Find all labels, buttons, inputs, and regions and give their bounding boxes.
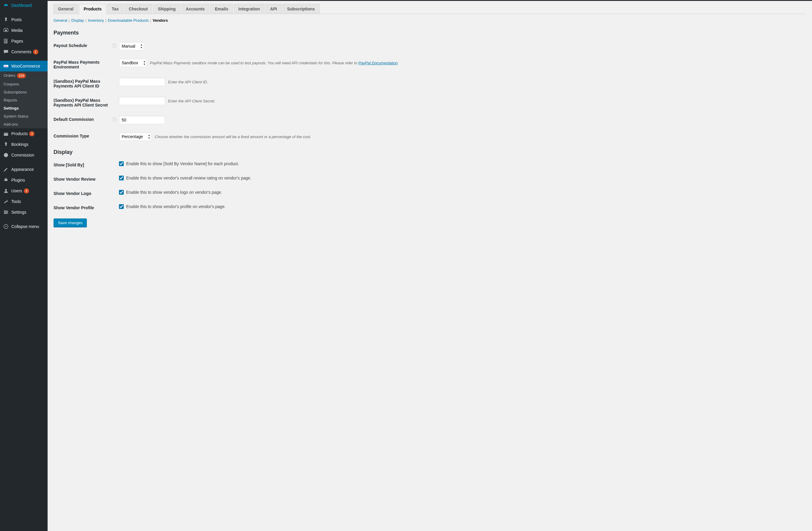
commission-icon bbox=[3, 152, 9, 158]
products-icon bbox=[3, 131, 9, 137]
subnav-inventory[interactable]: Inventory bbox=[88, 18, 104, 23]
sidebar-sub-add-ons[interactable]: Add-ons bbox=[0, 120, 47, 128]
sidebar-sub-settings[interactable]: Settings bbox=[0, 104, 47, 112]
tab-accounts[interactable]: Accounts bbox=[182, 4, 209, 14]
label-show-vendor-profile: Show Vendor Profile bbox=[54, 204, 119, 210]
dashboard-icon bbox=[3, 2, 9, 8]
svg-point-5 bbox=[5, 189, 7, 191]
label-paypal-env: PayPal Mass Payments Environment bbox=[54, 59, 119, 69]
label-payout-schedule: Payout Schedule ? bbox=[54, 42, 119, 48]
sidebar-sub-reports[interactable]: Reports bbox=[0, 96, 47, 104]
plugins-icon bbox=[3, 177, 9, 183]
svg-point-10 bbox=[6, 212, 8, 213]
badge: 154 bbox=[17, 73, 26, 78]
svg-text:Woo: Woo bbox=[4, 66, 8, 67]
label-client-secret: (Sandbox) PayPal Mass Payments API Clien… bbox=[54, 97, 119, 108]
client-id-desc: Enter the API Client ID. bbox=[168, 80, 208, 84]
commission-type-select[interactable]: Percentage bbox=[119, 132, 152, 141]
sidebar-item-comments[interactable]: Comments1 bbox=[0, 46, 47, 57]
collapse-icon bbox=[3, 224, 9, 229]
default-commission-input[interactable] bbox=[119, 116, 165, 124]
label-default-commission: Default Commission ? bbox=[54, 116, 119, 122]
show-vendor-logo-label[interactable]: Enable this to show vendor's logo on ven… bbox=[119, 190, 222, 195]
woo-icon: Woo bbox=[3, 63, 9, 69]
sidebar-item-label: Settings bbox=[11, 210, 27, 214]
tab-general[interactable]: General bbox=[54, 4, 78, 14]
sidebar-item-pages[interactable]: Pages bbox=[0, 36, 47, 46]
show-vendor-review-label[interactable]: Enable this to show vendor's overall rev… bbox=[119, 176, 251, 180]
sidebar-item-label: Media bbox=[11, 28, 23, 33]
label-show-sold-by: Show [Sold By] bbox=[54, 161, 119, 167]
paypal-docs-link[interactable]: PayPal Documentation bbox=[359, 61, 398, 65]
svg-rect-2 bbox=[5, 40, 7, 43]
sidebar-item-plugins[interactable]: Plugins bbox=[0, 175, 47, 185]
badge: 3 bbox=[29, 131, 34, 136]
paypal-env-desc: PayPal Mass Payments sandbox mode can be… bbox=[150, 61, 398, 65]
media-icon bbox=[3, 27, 9, 33]
tab-emails[interactable]: Emails bbox=[210, 4, 233, 14]
show-vendor-logo-checkbox[interactable] bbox=[119, 190, 124, 195]
sidebar-item-label: Collapse menu bbox=[11, 224, 39, 229]
sidebar-item-woocommerce[interactable]: WooWooCommerce bbox=[0, 61, 47, 71]
tab-subscriptions[interactable]: Subscriptions bbox=[282, 4, 319, 14]
svg-point-9 bbox=[4, 210, 6, 212]
sidebar-item-label: Pages bbox=[11, 39, 23, 43]
help-icon[interactable]: ? bbox=[112, 43, 117, 48]
help-icon[interactable]: ? bbox=[112, 117, 117, 122]
show-vendor-profile-label[interactable]: Enable this to show vendor's profile on … bbox=[119, 204, 226, 209]
client-secret-input[interactable] bbox=[119, 97, 165, 105]
subnav-downloadable-products[interactable]: Downloadable Products bbox=[108, 18, 149, 23]
sidebar-item-commission[interactable]: Commission bbox=[0, 150, 47, 160]
label-commission-type: Commission Type bbox=[54, 132, 119, 138]
show-sold-by-checkbox[interactable] bbox=[119, 161, 124, 166]
show-vendor-review-checkbox[interactable] bbox=[119, 176, 124, 180]
sidebar-item-label: Commission bbox=[11, 153, 34, 157]
tab-tax[interactable]: Tax bbox=[107, 4, 123, 14]
show-vendor-profile-checkbox[interactable] bbox=[119, 204, 124, 209]
subnav-general[interactable]: General bbox=[54, 18, 67, 23]
sidebar-item-appearance[interactable]: Appearance bbox=[0, 164, 47, 175]
client-id-input[interactable] bbox=[119, 78, 165, 86]
sidebar-sub-orders[interactable]: Orders154 bbox=[0, 71, 47, 80]
sidebar-item-users[interactable]: Users3 bbox=[0, 185, 47, 196]
sidebar-item-label: Dashboard bbox=[11, 3, 32, 8]
section-title-display: Display bbox=[54, 149, 806, 155]
tab-api[interactable]: API bbox=[266, 4, 281, 14]
pages-icon bbox=[3, 38, 9, 44]
sidebar-item-media[interactable]: Media bbox=[0, 25, 47, 36]
sidebar-item-tools[interactable]: Tools bbox=[0, 196, 47, 207]
client-secret-desc: Enter the API Client Secret. bbox=[168, 99, 215, 103]
sidebar-item-products[interactable]: Products3 bbox=[0, 128, 47, 139]
sidebar-item-settings[interactable]: Settings bbox=[0, 207, 47, 218]
sidebar-sub-system-status[interactable]: System Status bbox=[0, 112, 47, 120]
sidebar-sub-subscriptions[interactable]: Subscriptions bbox=[0, 88, 47, 96]
sidebar-item-collapse-menu[interactable]: Collapse menu bbox=[0, 221, 47, 232]
sidebar-item-dashboard[interactable]: Dashboard bbox=[0, 0, 47, 11]
badge: 3 bbox=[24, 188, 29, 194]
settings-icon bbox=[3, 209, 9, 215]
label-show-vendor-review: Show Vendor Review bbox=[54, 176, 119, 182]
admin-sidebar: DashboardPostsMediaPagesComments1WooWooC… bbox=[0, 0, 47, 531]
tab-checkout[interactable]: Checkout bbox=[124, 4, 152, 14]
payout-schedule-select[interactable]: Manual bbox=[119, 42, 144, 50]
svg-point-11 bbox=[4, 213, 6, 214]
paypal-env-select[interactable]: Sandbox bbox=[119, 59, 147, 67]
subnav-current: Vendors bbox=[153, 18, 168, 23]
tab-products[interactable]: Products bbox=[79, 4, 106, 14]
sidebar-item-label: WooCommerce bbox=[11, 64, 40, 68]
users-icon bbox=[3, 188, 9, 194]
pin-icon bbox=[3, 17, 9, 23]
main-content: GeneralProductsTaxCheckoutShippingAccoun… bbox=[47, 0, 812, 531]
subnav-display[interactable]: Display bbox=[71, 18, 84, 23]
sidebar-item-posts[interactable]: Posts bbox=[0, 14, 47, 25]
tab-shipping[interactable]: Shipping bbox=[154, 4, 180, 14]
bookings-icon bbox=[3, 141, 9, 147]
sidebar-item-label: Plugins bbox=[11, 178, 25, 182]
sidebar-sub-coupons[interactable]: Coupons bbox=[0, 80, 47, 88]
save-changes-button[interactable]: Save changes bbox=[54, 219, 87, 227]
comment-icon bbox=[3, 49, 9, 55]
tab-integration[interactable]: Integration bbox=[234, 4, 264, 14]
show-sold-by-label[interactable]: Enable this to show [Sold By Vendor Name… bbox=[119, 161, 239, 166]
sidebar-item-bookings[interactable]: Bookings bbox=[0, 139, 47, 150]
settings-tabs: GeneralProductsTaxCheckoutShippingAccoun… bbox=[54, 1, 806, 14]
